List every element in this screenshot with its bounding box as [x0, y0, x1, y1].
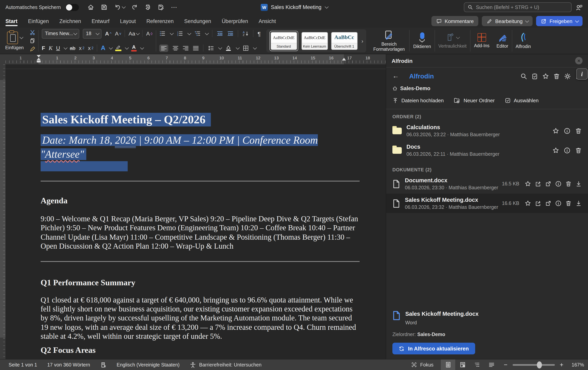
- outline-view-button[interactable]: [470, 359, 484, 370]
- share-file-icon[interactable]: [535, 200, 541, 206]
- font-name-select[interactable]: Times New...: [42, 29, 79, 39]
- new-folder-button[interactable]: Neuer Ordner: [454, 98, 495, 103]
- delete-icon[interactable]: [575, 147, 582, 154]
- share-contact-icon[interactable]: [576, 4, 583, 11]
- favorite-icon[interactable]: [525, 200, 531, 206]
- align-left-button[interactable]: [159, 44, 168, 52]
- back-icon[interactable]: ←: [392, 72, 399, 80]
- zoom-out-button[interactable]: −: [504, 361, 508, 368]
- justify-button[interactable]: [193, 45, 199, 51]
- superscript-button[interactable]: x2: [88, 45, 93, 51]
- info-icon[interactable]: [555, 181, 561, 187]
- draft-view-button[interactable]: [484, 359, 499, 370]
- proofing-icon[interactable]: [100, 362, 107, 368]
- indent-marker-left[interactable]: [37, 55, 41, 62]
- paste-button[interactable]: [7, 31, 22, 44]
- tab-zeichnen[interactable]: Zeichnen: [59, 15, 81, 27]
- horizontal-ruler[interactable]: 1 123456789101112131415161718: [5, 54, 386, 64]
- align-right-button[interactable]: [183, 45, 188, 51]
- breadcrumb[interactable]: Sales-Demo: [386, 85, 588, 91]
- font-size-select[interactable]: 18: [83, 29, 102, 39]
- tab-einfuegen[interactable]: Einfügen: [28, 15, 49, 27]
- document-title-chip[interactable]: W Sales Kickoff Meeting: [261, 0, 327, 14]
- line-spacing-button[interactable]: [208, 45, 214, 51]
- vertical-ruler[interactable]: [0, 64, 5, 359]
- open-external-icon[interactable]: [545, 200, 551, 206]
- decrease-indent-icon[interactable]: [217, 31, 223, 37]
- info-floating-button[interactable]: i: [576, 68, 588, 80]
- pilcrow-icon[interactable]: ¶: [257, 30, 261, 37]
- info-icon[interactable]: [564, 127, 570, 134]
- delete-icon[interactable]: [565, 200, 572, 206]
- tab-layout[interactable]: Layout: [120, 15, 136, 27]
- tab-sendungen[interactable]: Sendungen: [184, 15, 211, 27]
- strikethrough-button[interactable]: ab: [70, 45, 75, 51]
- highlight-color-button[interactable]: [115, 45, 121, 51]
- format-painter-icon[interactable]: [30, 46, 35, 52]
- style-ueberschrift-1[interactable]: AaBbCcÜberschrift 1: [331, 32, 357, 50]
- trash-icon[interactable]: [553, 73, 560, 79]
- grow-font-icon[interactable]: A^: [105, 31, 111, 37]
- save-as-icon[interactable]: [158, 4, 164, 10]
- favorite-icon[interactable]: [525, 181, 531, 187]
- style-pane-button[interactable]: Bereich Formatvorlagen: [369, 28, 409, 54]
- tab-referenzen[interactable]: Referenzen: [147, 15, 174, 27]
- favorite-icon[interactable]: [552, 127, 559, 134]
- tab-start[interactable]: Start: [5, 15, 18, 27]
- clear-formatting-icon[interactable]: A◊: [146, 31, 153, 37]
- dictate-button[interactable]: Diktieren: [410, 28, 435, 54]
- download-icon[interactable]: [576, 200, 582, 206]
- copy-icon[interactable]: [30, 38, 35, 44]
- info-icon[interactable]: [555, 200, 561, 206]
- select-mode-button[interactable]: Auswählen: [505, 98, 539, 103]
- panel-close-icon[interactable]: ×: [575, 57, 583, 64]
- align-center-button[interactable]: [172, 45, 178, 51]
- zoom-slider-thumb[interactable]: [537, 361, 542, 368]
- accessibility-status[interactable]: Barrierefreiheit: Untersuchen: [190, 362, 262, 368]
- sort-icon[interactable]: AZ: [242, 31, 249, 37]
- home-icon[interactable]: [87, 4, 94, 10]
- document-row[interactable]: Sales Kickoff Meeting.docx 06.03.2026, 2…: [386, 194, 588, 213]
- document-page[interactable]: Sales Kickoff Meeting – Q2/2026 Date: Ma…: [5, 64, 386, 359]
- cut-icon[interactable]: [30, 30, 35, 36]
- increase-indent-icon[interactable]: [227, 31, 233, 37]
- word-count[interactable]: 17 von 360 Wörtern: [47, 362, 90, 368]
- redo-icon[interactable]: [131, 4, 138, 10]
- shrink-font-icon[interactable]: Av: [115, 31, 121, 37]
- change-case-icon[interactable]: Aa: [128, 31, 139, 37]
- search-input[interactable]: Suchen (Befehl + STRG + U): [464, 2, 572, 12]
- tab-entwurf[interactable]: Entwurf: [92, 15, 110, 27]
- folder-row[interactable]: Docs 06.03.2026, 22:11 · Matthias Bauern…: [386, 141, 588, 160]
- download-icon[interactable]: [576, 181, 582, 187]
- favorite-icon[interactable]: [552, 147, 559, 154]
- editor-button[interactable]: Editor: [493, 28, 512, 54]
- web-layout-view-button[interactable]: [455, 359, 470, 370]
- borders-button[interactable]: [243, 45, 249, 51]
- delete-icon[interactable]: [575, 127, 582, 134]
- comments-button[interactable]: Kommentare: [431, 16, 478, 26]
- numbered-list-button[interactable]: 123: [177, 31, 183, 37]
- add-ins-button[interactable]: Add-Ins: [471, 28, 493, 54]
- italic-button[interactable]: K: [49, 45, 52, 51]
- undo-chevron-icon[interactable]: [122, 5, 126, 9]
- more-options-icon[interactable]: ⋯: [171, 3, 178, 11]
- share-file-icon[interactable]: [535, 181, 541, 187]
- delete-icon[interactable]: [565, 181, 572, 187]
- style-standard[interactable]: AaBbCcDdEStandard: [269, 31, 298, 51]
- zoom-percentage[interactable]: 167%: [568, 362, 584, 368]
- document-row[interactable]: Document.docx 06.03.2026, 23:30 · Matthi…: [386, 174, 588, 194]
- zoom-in-button[interactable]: +: [560, 361, 563, 368]
- tab-ueberpruefen[interactable]: Überprüfen: [222, 15, 248, 27]
- underline-button[interactable]: U: [56, 45, 60, 51]
- favorites-icon[interactable]: [542, 73, 549, 79]
- settings-gear-icon[interactable]: [564, 73, 571, 79]
- upload-files-button[interactable]: Dateien hochladen: [392, 98, 444, 103]
- print-layout-view-button[interactable]: [441, 359, 455, 370]
- autosave-toggle[interactable]: [66, 4, 79, 11]
- update-in-alfresco-button[interactable]: In Alfresco aktualisieren: [392, 343, 475, 354]
- folder-row[interactable]: Calculations 06.03.2026, 23:22 · Matthia…: [386, 121, 588, 141]
- print-icon[interactable]: [145, 4, 151, 10]
- focus-mode-button[interactable]: Fokus: [411, 362, 434, 368]
- style-kein-leerraum[interactable]: AaBbCcDdEKein Leerraum: [301, 32, 328, 50]
- sidebar-search-icon[interactable]: [520, 73, 527, 79]
